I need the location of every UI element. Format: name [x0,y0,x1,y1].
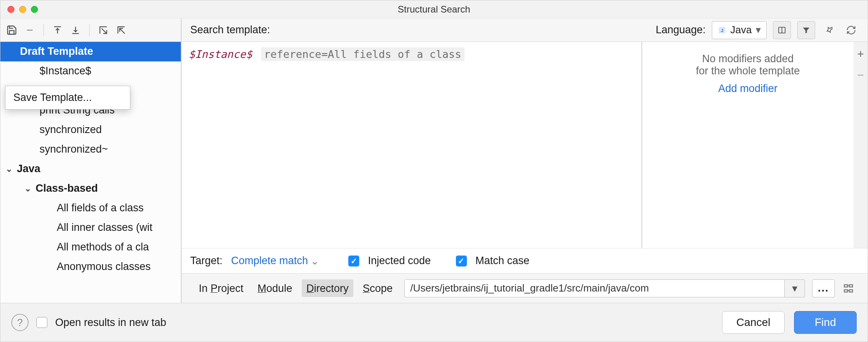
scope-row: In Project Module Directory Scope /Users… [182,273,868,303]
recursive-search-icon[interactable] [842,282,855,295]
editor-row: $Instance$ reference=All fields of a cla… [182,42,868,248]
tree-node-label: $Instance$ [40,62,91,80]
collapse-all-icon[interactable] [69,23,82,37]
modifiers-text-line1: No modifiers added [652,53,844,65]
injected-code-checkbox[interactable]: ✓ [348,256,359,266]
tree-node-label: synchronized~ [40,140,108,158]
filter-icon[interactable] [797,21,815,39]
tree-node-label: All inner classes (wit [57,219,153,237]
scope-tab-module[interactable]: Module [253,279,297,297]
tree-node-saved-item[interactable]: synchronized [0,120,181,140]
tree-node-instance[interactable]: $Instance$ [0,61,181,81]
template-editor[interactable]: $Instance$ reference=All fields of a cla… [182,42,642,248]
button-label: Find [815,316,836,329]
add-modifier-icon[interactable]: + [857,47,864,61]
target-value-label: Complete match [231,255,308,267]
language-value: Java [730,24,752,36]
tree-node-java[interactable]: ⌄ Java [0,159,181,179]
tree-node-label: Class-based [36,180,98,198]
chevron-down-icon: ⌄ [310,255,319,267]
window-title: Structural Search [0,4,868,15]
refresh-icon[interactable] [843,22,859,38]
match-case-checkbox[interactable]: ✓ [456,256,467,266]
tree-node-label: synchronized [40,121,102,139]
add-modifier-link[interactable]: Add modifier [718,83,778,95]
button-label: Cancel [736,316,770,329]
directory-dropdown-icon[interactable]: ▾ [785,279,805,297]
main-panel: Search template: Language: J Java ▾ [182,18,868,303]
target-select[interactable]: Complete match ⌄ [231,255,320,267]
import-icon[interactable] [115,23,128,37]
scope-tab-directory[interactable]: Directory [302,279,353,297]
svg-rect-10 [845,284,848,287]
modifiers-text-line2: for the whole template [652,65,844,77]
language-select[interactable]: J Java ▾ [712,21,767,39]
save-template-icon[interactable] [5,23,18,37]
tree-node-label: Anonymous classes [57,258,151,276]
scope-tabs: In Project Module Directory Scope [194,279,397,297]
target-row: Target: Complete match ⌄ ✓ Injected code… [182,248,868,273]
tree-node-saved-item[interactable]: synchronized~ [0,140,181,159]
export-icon[interactable] [97,23,110,37]
language-label: Language: [656,24,706,36]
chevron-down-icon: ⌄ [23,181,32,196]
tree-node-class-item[interactable]: All inner classes (wit [0,218,181,238]
chevron-down-icon: ▾ [756,24,761,36]
modifier-controls: + − [854,42,868,248]
help-icon[interactable]: ? [11,314,29,331]
search-template-label: Search template: [190,24,270,36]
browse-directory-button[interactable]: ... [812,279,835,297]
tree-node-class-based[interactable]: ⌄ Class-based [0,179,181,198]
target-label: Target: [190,255,223,267]
scope-tab-project[interactable]: In Project [194,279,248,297]
directory-path: /Users/jetbrains/ij_tutorial_gradle1/src… [410,282,649,294]
structural-search-window: Structural Search − [0,0,868,342]
chevron-down-icon: ⌄ [4,162,14,176]
tree-node-draft-template[interactable]: Draft Template [0,42,181,61]
separator [43,24,44,36]
toggle-panel-icon[interactable] [773,21,791,39]
sidebar-toolbar: − [0,18,181,42]
context-menu: Save Template... [5,86,130,110]
svg-rect-11 [849,284,852,287]
svg-text:J: J [721,28,723,32]
template-hint: reference=All fields of a class [261,47,465,61]
find-button[interactable]: Find [794,311,857,334]
modifiers-panel: No modifiers added for the whole templat… [642,42,854,248]
expand-all-icon[interactable] [51,23,64,37]
remove-modifier-icon[interactable]: − [857,68,864,82]
menu-item-label: Save Template... [13,92,92,103]
main-toolbar: Search template: Language: J Java ▾ [182,18,868,42]
menu-item-save-template[interactable]: Save Template... [5,88,130,108]
separator [89,24,90,36]
tree-node-label: Draft Template [20,43,93,61]
tree-node-label: All fields of a class [57,199,144,217]
open-new-tab-checkbox[interactable] [36,317,47,328]
remove-template-icon[interactable]: − [23,23,36,37]
tree-node-label: All methods of a cla [57,238,149,256]
titlebar: Structural Search [0,0,868,18]
tree-node-label: Java [17,160,40,178]
open-new-tab-label[interactable]: Open results in new tab [55,317,166,329]
svg-rect-13 [849,290,852,292]
window-body: − Draft Template [0,18,868,303]
footer: ? Open results in new tab Cancel Find [0,303,868,342]
template-tree[interactable]: Draft Template $Instance$ ⌄ Saved Templa… [0,42,181,303]
sidebar: − Draft Template [0,18,182,303]
tree-node-class-item[interactable]: Anonymous classes [0,257,181,277]
svg-line-4 [102,28,107,33]
scope-tab-scope[interactable]: Scope [358,279,398,297]
svg-line-5 [120,28,125,33]
injected-code-label[interactable]: Injected code [368,255,431,267]
template-variable[interactable]: $Instance$ [189,48,252,60]
svg-rect-12 [845,290,848,292]
directory-input[interactable]: /Users/jetbrains/ij_tutorial_gradle1/src… [404,279,785,297]
tree-node-class-item[interactable]: All fields of a class [0,198,181,218]
tree-node-class-item[interactable]: All methods of a cla [0,238,181,257]
pin-icon[interactable] [821,22,837,38]
match-case-label[interactable]: Match case [475,255,529,267]
java-file-icon: J [718,26,726,34]
cancel-button[interactable]: Cancel [722,311,785,334]
